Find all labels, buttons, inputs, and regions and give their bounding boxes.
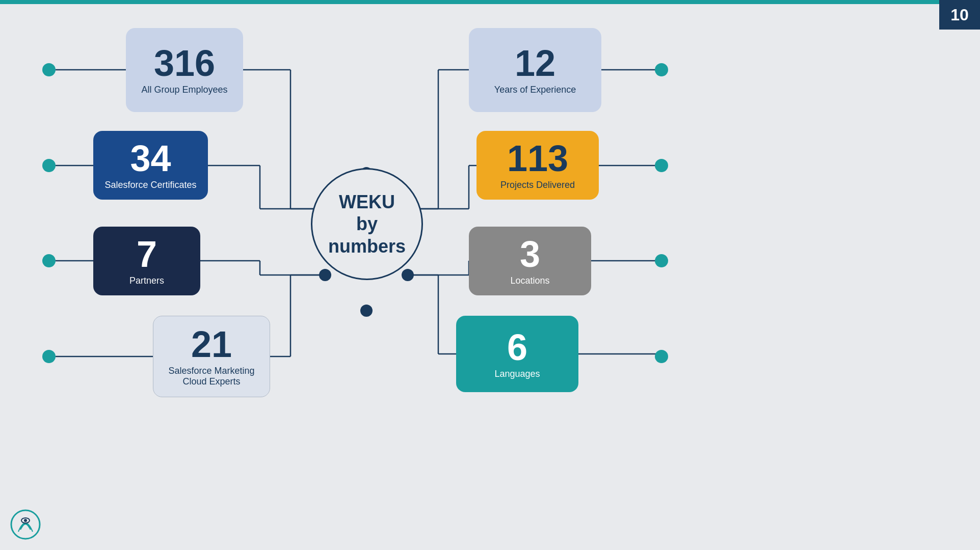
- teal-dot-left-2: [42, 159, 56, 172]
- card-partners: 7 Partners: [93, 227, 200, 295]
- teal-dot-left-4: [42, 350, 56, 363]
- center-circle: WEKU by numbers: [311, 168, 423, 280]
- card-certificates-label: Salesforce Certificates: [104, 180, 196, 190]
- card-partners-number: 7: [137, 236, 157, 272]
- card-projects-number: 113: [507, 140, 568, 177]
- card-locations: 3 Locations: [469, 227, 591, 295]
- svg-point-39: [24, 519, 27, 522]
- card-partners-label: Partners: [129, 276, 164, 286]
- svg-point-34: [402, 269, 414, 281]
- svg-point-36: [360, 305, 373, 317]
- card-languages-number: 6: [507, 329, 527, 366]
- center-text: WEKU by numbers: [328, 191, 406, 257]
- svg-point-32: [319, 269, 331, 281]
- card-marketing-number: 21: [191, 326, 232, 363]
- page-number: 10: [939, 0, 980, 30]
- card-employees-number: 316: [154, 45, 215, 81]
- card-experience-label: Years of Experience: [494, 85, 576, 95]
- card-projects: 113 Projects Delivered: [476, 131, 599, 200]
- card-languages: 6 Languages: [456, 316, 578, 392]
- teal-dot-left-1: [42, 63, 56, 76]
- teal-dot-right-4: [655, 350, 668, 363]
- card-locations-label: Locations: [510, 276, 549, 286]
- card-employees: 316 All Group Employees: [126, 28, 243, 112]
- card-marketing: 21 Salesforce Marketing Cloud Experts: [153, 316, 270, 397]
- top-bar: [0, 0, 980, 4]
- card-certificates: 34 Salesforce Certificates: [93, 131, 208, 200]
- teal-dot-right-1: [655, 63, 668, 76]
- card-employees-label: All Group Employees: [141, 85, 227, 95]
- card-experience-number: 12: [515, 45, 555, 81]
- teal-dot-right-3: [655, 254, 668, 267]
- card-languages-label: Languages: [494, 369, 540, 379]
- logo: [10, 509, 41, 540]
- card-locations-number: 3: [520, 236, 540, 272]
- card-certificates-number: 34: [130, 140, 171, 177]
- teal-dot-right-2: [655, 159, 668, 172]
- teal-dot-left-3: [42, 254, 56, 267]
- card-experience: 12 Years of Experience: [469, 28, 601, 112]
- card-projects-label: Projects Delivered: [500, 180, 575, 190]
- card-marketing-label: Salesforce Marketing Cloud Experts: [158, 366, 264, 387]
